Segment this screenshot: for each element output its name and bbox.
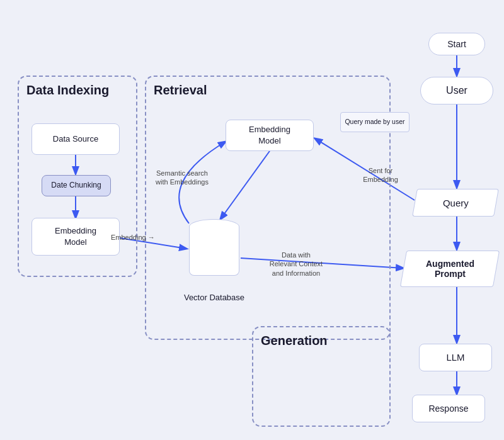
embedding-model-1-label: EmbeddingModel [55,225,96,248]
embedding-model-2-label: EmbeddingModel [249,124,290,147]
vector-database-label: Vector Database [180,292,248,303]
generation-title: Generation [261,334,328,348]
embedding-model-1-node: EmbeddingModel [32,218,120,256]
query-made-label: Query made by user [340,112,410,132]
user-label: User [446,85,467,96]
sent-for-embedding-label: Sent forEmbedding [355,166,406,184]
response-label: Response [428,403,468,414]
date-chunking-label: Date Chunking [51,181,101,191]
vector-database-node [189,219,239,276]
llm-label: LLM [446,351,464,364]
query-made-text: Query made by user [345,118,404,127]
diagram-container: Data Indexing Retrieval Generation Start… [6,6,498,434]
llm-node: LLM [419,344,492,371]
date-chunking-node: Date Chunking [42,175,111,196]
start-node: Start [428,33,485,55]
query-label: Query [443,198,469,208]
data-source-node: Data Source [32,123,120,155]
data-with-context-label: Data withRelevant Contextand Information [258,251,334,278]
augmented-prompt-node: AugmentedPrompt [400,251,500,287]
semantic-search-label: Semantic searchwith Embeddings [154,169,210,187]
user-node: User [420,77,493,104]
embedding-arrow-label: Embedding → [111,233,155,242]
augmented-prompt-label: AugmentedPrompt [426,259,474,279]
cylinder-shape [189,219,239,276]
generation-section: Generation [252,326,391,427]
data-source-label: Data Source [53,134,98,145]
cylinder-body [189,227,239,276]
query-node: Query [412,189,499,217]
retrieval-title: Retrieval [154,83,207,98]
response-node: Response [412,395,485,422]
embedding-model-2-node: EmbeddingModel [226,120,314,151]
data-indexing-title: Data Indexing [26,83,109,98]
start-label: Start [447,39,466,49]
